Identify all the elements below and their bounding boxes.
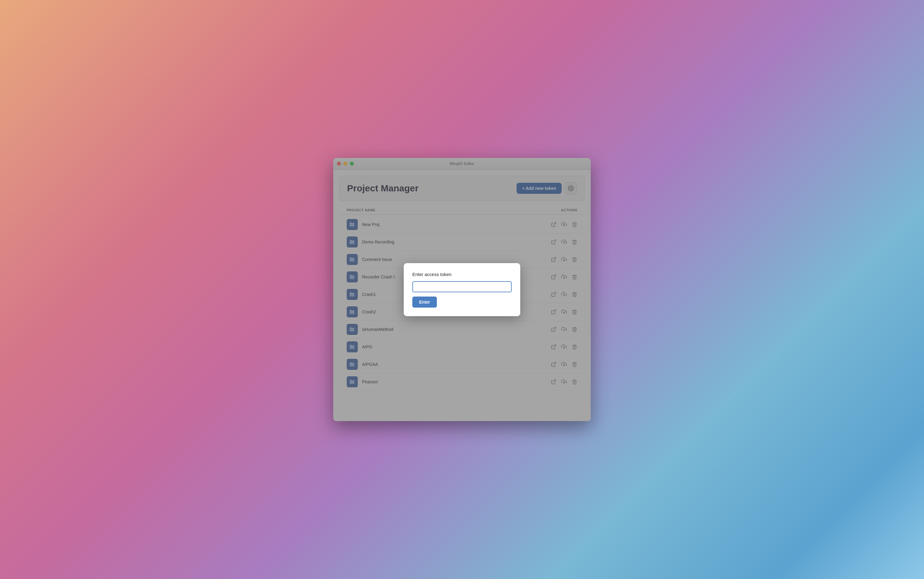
access-token-input[interactable] [412, 281, 512, 292]
main-window: BlinqIO Editor Project Manager + Add new… [333, 158, 591, 421]
modal-overlay: Enter access token Enter [333, 158, 591, 421]
enter-button[interactable]: Enter [412, 296, 437, 307]
access-token-dialog: Enter access token Enter [404, 263, 520, 316]
dialog-title: Enter access token [412, 272, 512, 277]
